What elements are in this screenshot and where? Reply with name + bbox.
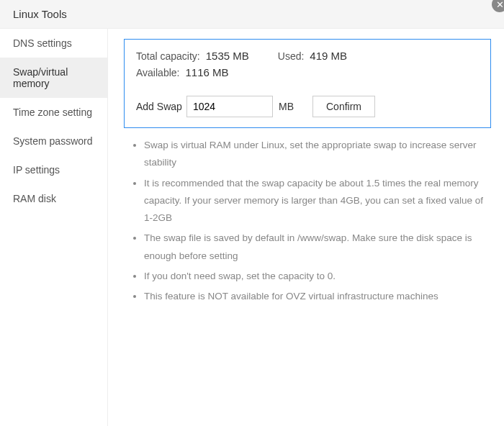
sidebar: DNS settings Swap/virtual memory Time zo… (0, 29, 108, 426)
add-swap-row: Add Swap MB Confirm (136, 96, 479, 117)
note-item: If you don't need swap, set the capacity… (144, 266, 491, 286)
add-swap-unit: MB (279, 101, 294, 112)
sidebar-item-swap-virtual-memory[interactable]: Swap/virtual memory (0, 58, 107, 98)
note-item: This feature is NOT available for OVZ vi… (144, 286, 491, 307)
notes-list: Swap is virtual RAM under Linux, set the… (124, 135, 491, 307)
total-capacity-value: 1535 MB (206, 50, 249, 62)
add-swap-input[interactable] (186, 96, 273, 117)
used-value: 419 MB (310, 50, 347, 62)
note-item: It is recommended that the swap capacity… (144, 173, 491, 229)
header: Linux Tools ✕ (0, 0, 504, 29)
sidebar-item-time-zone-setting[interactable]: Time zone setting (0, 98, 107, 127)
close-button[interactable]: ✕ (492, 0, 504, 12)
sidebar-item-system-password[interactable]: System password (0, 127, 107, 155)
swap-stats-box: Total capacity: 1535 MB Used: 419 MB Ava… (124, 39, 491, 128)
sidebar-item-ip-settings[interactable]: IP settings (0, 155, 107, 184)
sidebar-item-label: RAM disk (13, 193, 56, 204)
sidebar-item-ram-disk[interactable]: RAM disk (0, 184, 107, 213)
note-item: The swap file is saved by default in /ww… (144, 228, 491, 266)
sidebar-item-dns-settings[interactable]: DNS settings (0, 29, 107, 58)
sidebar-item-label: IP settings (13, 164, 60, 176)
available-label: Available: (136, 67, 179, 78)
available-value: 1116 MB (185, 66, 228, 78)
page-title: Linux Tools (13, 8, 67, 20)
sidebar-item-label: Swap/virtual memory (13, 66, 68, 89)
main-panel: Total capacity: 1535 MB Used: 419 MB Ava… (108, 29, 504, 426)
sidebar-item-label: DNS settings (13, 37, 72, 49)
confirm-button[interactable]: Confirm (312, 96, 375, 117)
sidebar-item-label: System password (13, 135, 92, 147)
used-label: Used: (278, 50, 305, 62)
sidebar-item-label: Time zone setting (13, 106, 92, 118)
add-swap-label: Add Swap (136, 101, 186, 112)
close-icon: ✕ (496, 0, 504, 9)
note-item: Swap is virtual RAM under Linux, set the… (144, 135, 491, 173)
total-capacity-label: Total capacity: (136, 50, 200, 62)
